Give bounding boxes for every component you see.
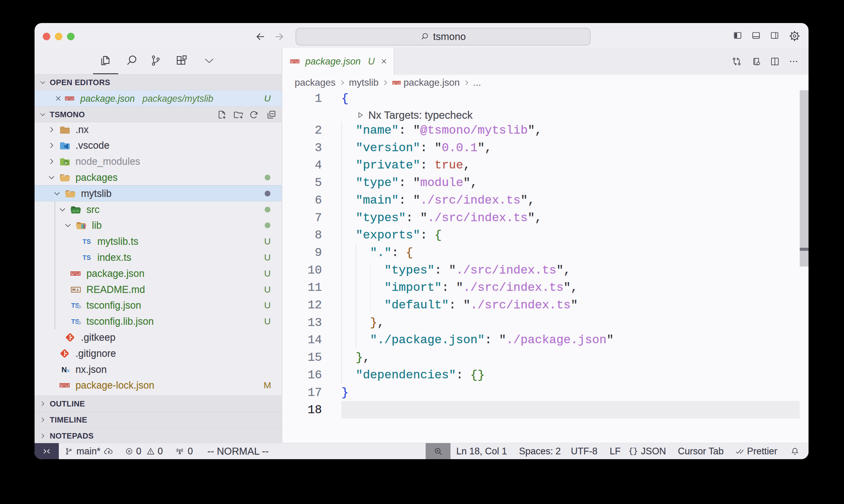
svg-text:js: js: [64, 161, 67, 164]
svg-text:</>: </>: [72, 209, 79, 213]
svg-text:N: N: [61, 365, 67, 374]
svg-text:TS: TS: [83, 254, 91, 262]
svg-text:TS: TS: [83, 238, 91, 245]
svg-text:x: x: [67, 368, 69, 373]
